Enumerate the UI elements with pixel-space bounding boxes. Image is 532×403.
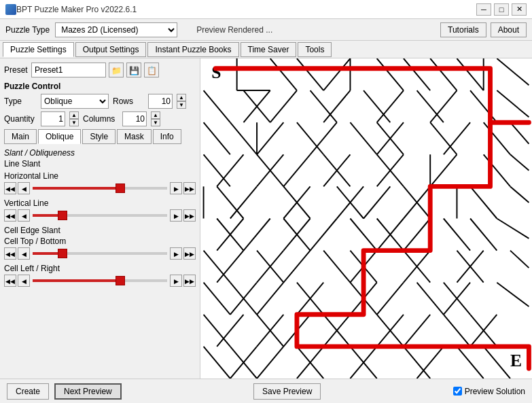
sub-tab-style[interactable]: Style — [82, 129, 116, 144]
svg-text:E: E — [510, 351, 522, 370]
left-icon2 — [22, 212, 26, 220]
puzzle-type-label: Puzzle Type — [5, 25, 50, 35]
preset-input[interactable] — [31, 63, 106, 77]
main-tabs-row: Puzzle Settings Output Settings Instant … — [0, 41, 532, 58]
vertical-line-track[interactable] — [33, 214, 167, 217]
next-preview-button[interactable]: Next Preview — [54, 383, 122, 400]
create-button[interactable]: Create — [7, 383, 49, 400]
title-bar-controls: ─ □ ✕ — [476, 3, 527, 16]
type-select[interactable]: Oblique Orthogonal Diagonal — [41, 94, 109, 109]
save-icon — [129, 65, 139, 75]
horiz-dbl-right-button[interactable] — [183, 182, 196, 194]
topbot-dbl-left-button[interactable] — [4, 247, 16, 260]
right-icon4 — [174, 277, 179, 285]
tab-instant-puzzle-books[interactable]: Instant Puzzle Books — [147, 42, 238, 57]
horiz-right-button[interactable] — [170, 182, 182, 194]
horizontal-line-slider-row — [4, 182, 196, 194]
horiz-dbl-left-button[interactable] — [4, 182, 16, 194]
preset-folder-button[interactable] — [109, 63, 124, 77]
sub-tab-main[interactable]: Main — [4, 129, 37, 144]
left-panel: Preset Puzzle Control Type Oblique Ortho… — [0, 58, 200, 379]
cell-left-right-label: Cell Left / Right — [4, 264, 196, 273]
cell-top-bottom-track[interactable] — [33, 252, 167, 255]
horiz-left-button[interactable] — [18, 182, 30, 194]
horizontal-line-thumb[interactable] — [116, 183, 125, 193]
horizontal-line-track[interactable] — [33, 187, 167, 190]
preset-save-button[interactable] — [126, 63, 141, 77]
maximize-button[interactable]: □ — [494, 3, 509, 16]
vertical-line-thumb[interactable] — [58, 211, 67, 220]
tab-puzzle-settings[interactable]: Puzzle Settings — [3, 42, 74, 57]
topbot-right-button[interactable] — [170, 247, 182, 260]
quantity-up-button[interactable]: ▲ — [69, 111, 79, 119]
dbl-right-icon4 — [185, 277, 194, 285]
minimize-button[interactable]: ─ — [476, 3, 491, 16]
cell-top-bottom-label: Cell Top / Bottom — [4, 236, 196, 246]
vert-right-button[interactable] — [170, 209, 182, 222]
dbl-right-icon2 — [185, 212, 194, 220]
vert-dbl-right-button[interactable] — [183, 209, 196, 222]
dbl-left-icon — [5, 185, 15, 192]
dbl-left-icon2 — [5, 212, 15, 220]
preview-solution-row: Preview Solution — [453, 387, 525, 396]
cell-top-bottom-slider-row — [4, 247, 196, 260]
preview-solution-label[interactable]: Preview Solution — [465, 387, 525, 396]
columns-spinner: ▲ ▼ — [151, 111, 160, 126]
bottom-bar: Create Next Preview Save Preview Preview… — [0, 379, 532, 403]
quantity-columns-row: Quantity ▲ ▼ Columns ▲ ▼ — [4, 111, 196, 126]
vert-dbl-left-button[interactable] — [4, 209, 16, 222]
puzzle-control-label: Puzzle Control — [4, 82, 196, 91]
dbl-right-icon — [185, 185, 194, 192]
leftright-right-button[interactable] — [170, 275, 182, 287]
cell-left-right-thumb[interactable] — [116, 276, 125, 285]
horizontal-line-label: Horizontal Line — [4, 171, 196, 181]
title-bar-text: BPT Puzzle Maker Pro v2022.6.1 — [16, 5, 476, 14]
rows-up-button[interactable]: ▲ — [177, 94, 186, 101]
tab-time-saver[interactable]: Time Saver — [241, 42, 297, 57]
dbl-left-icon3 — [5, 250, 15, 258]
vertical-line-slider-row — [4, 209, 196, 222]
close-button[interactable]: ✕ — [512, 3, 527, 16]
right-icon3 — [174, 250, 179, 258]
tutorials-button[interactable]: Tutorials — [440, 22, 486, 37]
sub-tabs: Main Oblique Style Mask Info — [4, 129, 196, 144]
right-icon2 — [174, 212, 179, 220]
quantity-input[interactable] — [41, 111, 65, 126]
topbot-left-button[interactable] — [18, 247, 30, 260]
main-layout: Preset Puzzle Control Type Oblique Ortho… — [0, 58, 532, 379]
columns-up-button[interactable]: ▲ — [151, 111, 160, 119]
rows-input[interactable] — [148, 94, 173, 109]
tab-tools[interactable]: Tools — [298, 42, 332, 57]
cell-top-bottom-thumb[interactable] — [58, 249, 67, 258]
leftright-left-button[interactable] — [18, 275, 30, 287]
puzzle-type-select[interactable]: Mazes 2D (Licensed) Mazes 3D Word Search — [55, 22, 177, 37]
tab-output-settings[interactable]: Output Settings — [75, 42, 147, 57]
leftright-dbl-right-button[interactable] — [183, 275, 196, 287]
rows-down-button[interactable]: ▼ — [177, 101, 186, 109]
quantity-down-button[interactable]: ▼ — [69, 119, 79, 126]
quantity-spinner: ▲ ▼ — [69, 111, 79, 126]
topbot-dbl-right-button[interactable] — [183, 247, 196, 260]
sub-tab-mask[interactable]: Mask — [117, 129, 152, 144]
maze-preview: S E — [200, 58, 532, 379]
preset-saveas-button[interactable] — [144, 63, 159, 77]
menu-left: Puzzle Type Mazes 2D (Licensed) Mazes 3D… — [5, 22, 440, 37]
svg-text:S: S — [211, 63, 221, 82]
title-bar: BPT Puzzle Maker Pro v2022.6.1 ─ □ ✕ — [0, 0, 532, 19]
sub-tab-info[interactable]: Info — [153, 129, 181, 144]
folder-icon — [111, 65, 122, 75]
leftright-dbl-left-button[interactable] — [4, 275, 16, 287]
dbl-right-icon3 — [185, 250, 194, 258]
type-label: Type — [4, 97, 37, 106]
cell-left-right-track[interactable] — [33, 279, 167, 282]
columns-input[interactable] — [122, 111, 147, 126]
left-icon4 — [22, 277, 26, 285]
rows-spinner: ▲ ▼ — [177, 94, 186, 109]
sub-tab-oblique[interactable]: Oblique — [38, 129, 81, 144]
preview-solution-checkbox[interactable] — [453, 387, 462, 396]
vert-left-button[interactable] — [18, 209, 30, 222]
columns-down-button[interactable]: ▼ — [151, 119, 160, 126]
app-icon — [5, 4, 16, 15]
save-preview-button[interactable]: Save Preview — [253, 383, 321, 400]
about-button[interactable]: About — [491, 22, 527, 37]
